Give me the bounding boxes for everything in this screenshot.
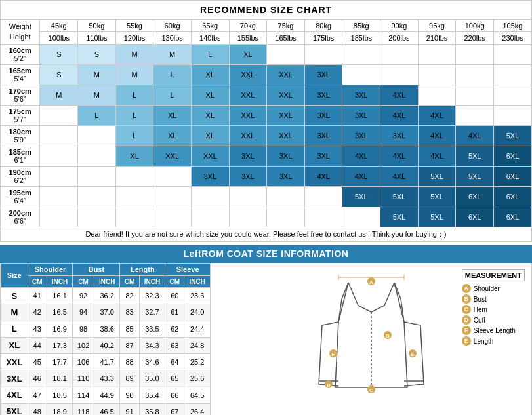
coat-data-row: 3XL 46 18.1 110 43.3 89 35.0 65 25.6	[1, 370, 211, 387]
shoulder-cm-header: CM	[28, 276, 47, 288]
coat-diagram: A B C D F E	[312, 269, 430, 414]
length-inch-header: INCH	[139, 276, 165, 288]
weight-kg: 100kg	[456, 20, 494, 32]
weight-kg: 55kg	[115, 20, 153, 32]
coat-info-section: Size Shoulder Bust Length Sleeve CM INCH…	[0, 263, 532, 415]
size-col-header: Size	[1, 264, 28, 288]
height-cm: 195cm6'4"	[1, 187, 40, 207]
coat-size-table: Size Shoulder Bust Length Sleeve CM INCH…	[1, 263, 211, 415]
coat-data-row: XXL 45 17.7 106 41.7 88 34.6 64 25.2	[1, 354, 211, 370]
size-chart-note: Dear friend! If you are not sure which s…	[1, 227, 532, 242]
length-cm-header: CM	[120, 276, 139, 288]
sleeve-cm-header: CM	[165, 276, 184, 288]
weight-kg: 90kg	[380, 20, 419, 32]
weight-kg: 45kg	[40, 20, 78, 32]
coat-illustration: A B C D F E MEASUREMENT A S	[211, 263, 531, 415]
weight-lbs: 230lbs	[493, 32, 531, 45]
weight-lbs: 175lbs	[304, 32, 342, 45]
weight-lbs: 200lbs	[380, 32, 419, 45]
weight-height-header: WeightHeight	[1, 20, 40, 45]
recommend-size-chart: WeightHeight 45kg 50kg 55kg 60kg 65kg 70…	[0, 19, 532, 242]
height-cm: 165cm5'4"	[1, 65, 40, 85]
weight-kg: 75kg	[267, 20, 305, 32]
bust-header: Bust	[73, 264, 120, 276]
bust-inch-header: INCH	[94, 276, 120, 288]
coat-data-row: M 42 16.5 94 37.0 83 32.7 61 24.0	[1, 304, 211, 321]
svg-text:E: E	[411, 351, 415, 357]
measurement-title: MEASUREMENT	[462, 269, 525, 281]
bust-cm-header: CM	[73, 276, 94, 288]
height-cm: 175cm5'7"	[1, 106, 40, 126]
recommend-title: RECOMMEND SIZE CHART	[0, 0, 532, 19]
svg-text:D: D	[327, 382, 331, 388]
weight-kg: 50kg	[78, 20, 116, 32]
legend-f: F Sleeve Length	[462, 326, 525, 335]
coat-data-row: L 43 16.9 98 38.6 85 33.5 62 24.4	[1, 321, 211, 337]
weight-lbs: 110lbs	[78, 32, 116, 45]
svg-line-1	[338, 283, 348, 322]
svg-line-2	[394, 283, 404, 322]
weight-kg: 85kg	[342, 20, 380, 32]
svg-text:C: C	[369, 387, 373, 393]
sleeve-header: Sleeve	[165, 264, 211, 276]
coat-data-row: S 41 16.1 92 36.2 82 32.3 60 23.6	[1, 288, 211, 304]
weight-kg: 65kg	[191, 20, 229, 32]
height-cm: 160cm5'2"	[1, 45, 40, 65]
legend-c: C Hem	[462, 305, 525, 314]
weight-lbs: 120lbs	[115, 32, 153, 45]
height-cm: 170cm5'6"	[1, 85, 40, 106]
shoulder-header: Shoulder	[28, 264, 73, 276]
weight-kg: 60kg	[153, 20, 192, 32]
shoulder-inch-header: INCH	[47, 276, 73, 288]
sleeve-inch-header: INCH	[184, 276, 211, 288]
weight-lbs: 185lbs	[342, 32, 380, 45]
svg-text:A: A	[369, 279, 373, 285]
height-cm: 185cm6'1"	[1, 146, 40, 167]
height-cm: 180cm5'9"	[1, 126, 40, 146]
length-header: Length	[120, 264, 165, 276]
coat-data-row: 5XL 48 18.9 118 46.5 91 35.8 67 26.4	[1, 403, 211, 415]
coat-data-row: 4XL 47 18.5 114 44.9 90 35.4 66 64.5	[1, 387, 211, 403]
weight-lbs: 100lbs	[40, 32, 78, 45]
height-cm: 190cm6'2"	[1, 167, 40, 187]
weight-kg: 70kg	[229, 20, 267, 32]
svg-text:B: B	[386, 333, 390, 339]
weight-lbs: 130lbs	[153, 32, 192, 45]
legend-a: A Shoulder	[462, 284, 525, 293]
weight-lbs: 165lbs	[267, 32, 305, 45]
coat-data-row: XL 44 17.3 102 40.2 87 34.3 63 24.8	[1, 337, 211, 353]
coat-info-title: LeftROM COAT SIZE INFORMATION	[0, 245, 532, 263]
height-cm: 200cm6'6"	[1, 207, 40, 227]
weight-lbs: 155lbs	[229, 32, 267, 45]
weight-kg: 105kg	[493, 20, 531, 32]
weight-lbs: 210lbs	[418, 32, 456, 45]
weight-lbs: 220lbs	[456, 32, 494, 45]
weight-kg: 95kg	[418, 20, 456, 32]
legend-e: E Length	[462, 336, 525, 346]
svg-text:F: F	[331, 351, 335, 357]
measurement-legend: MEASUREMENT A Shoulder B Bust C Hem D Cu…	[462, 269, 525, 347]
legend-b: B Bust	[462, 294, 525, 304]
weight-kg: 80kg	[304, 20, 342, 32]
legend-d: D Cuff	[462, 315, 525, 325]
weight-lbs: 140lbs	[191, 32, 229, 45]
